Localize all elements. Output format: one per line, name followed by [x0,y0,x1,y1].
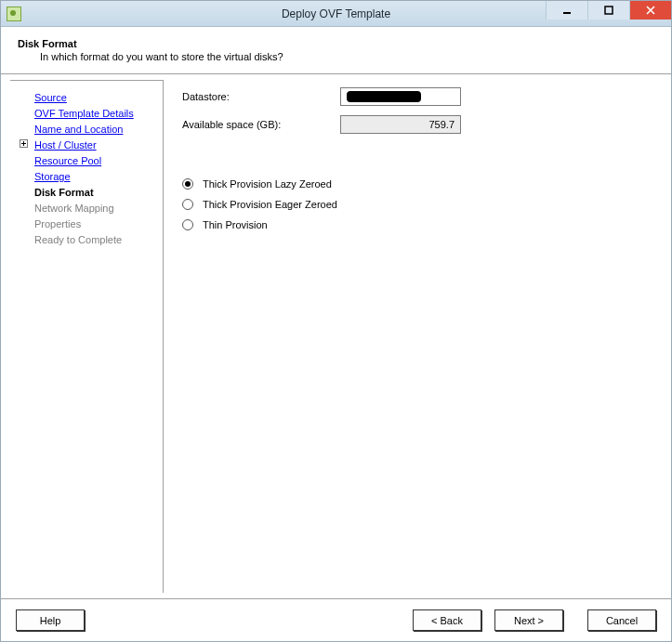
svg-rect-1 [605,7,613,14]
title-bar: Deploy OVF Template [1,1,671,27]
expand-icon[interactable] [20,139,28,148]
radio-thin[interactable]: Thin Provision [182,219,652,230]
wizard-steps-sidebar: Source OVF Template Details Name and Loc… [10,80,164,593]
wizard-window: Deploy OVF Template Disk Format In which… [0,0,672,642]
close-icon [646,6,655,15]
radio-thick-lazy[interactable]: Thick Provision Lazy Zeroed [182,178,652,190]
minimize-button[interactable] [546,1,587,20]
maximize-button[interactable] [587,1,629,20]
redacted-text [347,91,421,102]
help-button[interactable]: Help [16,609,85,631]
window-controls [546,1,671,20]
next-button[interactable]: Next > [494,609,563,631]
datastore-label: Datastore: [182,91,340,102]
radio-thick-eager[interactable]: Thick Provision Eager Zeroed [182,199,652,210]
page-title: Disk Format [18,38,658,49]
step-disk-format: Disk Format [16,185,163,201]
datastore-field [340,87,461,106]
back-button[interactable]: < Back [413,609,481,631]
provision-options: Thick Provision Lazy Zeroed Thick Provis… [182,178,652,230]
wizard-body: Source OVF Template Details Name and Loc… [1,74,671,598]
app-icon [7,7,21,21]
minimize-icon [562,6,572,15]
step-ovf-details[interactable]: OVF Template Details [16,106,163,122]
radio-thin-input[interactable] [182,219,193,230]
step-name-location[interactable]: Name and Location [16,122,163,138]
step-source[interactable]: Source [16,90,163,106]
radio-thick-eager-label: Thick Provision Eager Zeroed [203,199,337,210]
page-description: In which format do you want to store the… [40,51,658,62]
radio-thin-label: Thin Provision [203,219,268,230]
maximize-icon [604,6,613,15]
datastore-row: Datastore: [182,87,652,106]
step-storage[interactable]: Storage [16,169,163,185]
step-resource-pool[interactable]: Resource Pool [16,153,163,169]
close-button[interactable] [629,1,671,20]
wizard-content: Datastore: Available space (GB): 759.7 T… [164,74,671,598]
available-space-row: Available space (GB): 759.7 [182,115,652,134]
radio-thick-lazy-label: Thick Provision Lazy Zeroed [203,178,332,190]
radio-thick-eager-input[interactable] [182,199,193,210]
available-space-label: Available space (GB): [182,119,340,130]
cancel-button[interactable]: Cancel [587,609,656,631]
svg-rect-0 [563,12,571,14]
step-network-mapping: Network Mapping [16,201,163,216]
step-host-cluster[interactable]: Host / Cluster [16,138,163,153]
wizard-footer: Help < Back Next > Cancel [1,598,671,641]
wizard-header: Disk Format In which format do you want … [1,27,671,74]
step-host-cluster-label: Host / Cluster [34,139,97,151]
step-ready: Ready to Complete [16,232,163,248]
available-space-field: 759.7 [340,115,461,134]
radio-thick-lazy-input[interactable] [182,178,193,190]
step-properties: Properties [16,216,163,232]
